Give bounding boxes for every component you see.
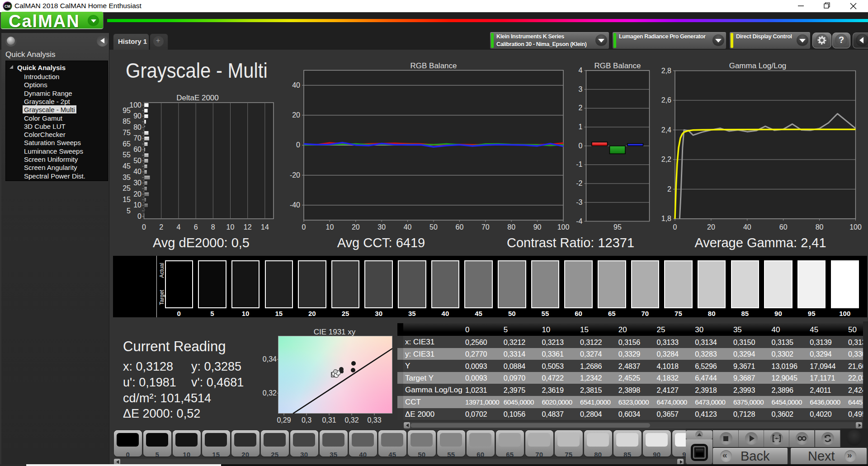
svg-text:0,33: 0,33: [367, 416, 381, 424]
svg-text:14: 14: [261, 223, 269, 231]
svg-text:-20: -20: [290, 171, 300, 179]
svg-text:45: 45: [123, 162, 131, 170]
svg-text:20: 20: [352, 223, 360, 231]
svg-text:70: 70: [481, 223, 490, 231]
svg-text:50: 50: [429, 223, 438, 231]
svg-text:10: 10: [226, 223, 235, 231]
svg-text:95: 95: [613, 223, 622, 231]
svg-text:20: 20: [707, 223, 715, 231]
svg-text:20: 20: [292, 111, 300, 119]
svg-text:50: 50: [133, 157, 142, 165]
svg-text:2,4: 2,4: [661, 126, 671, 134]
svg-text:70: 70: [133, 134, 142, 142]
svg-text:10: 10: [326, 223, 334, 231]
svg-text:1,8: 1,8: [661, 215, 671, 222]
svg-text:15: 15: [123, 196, 131, 203]
svg-text:0,3: 0,3: [302, 416, 311, 424]
svg-text:2,8: 2,8: [661, 67, 671, 75]
svg-text:40: 40: [404, 223, 412, 231]
svg-text:20: 20: [133, 190, 142, 198]
svg-text:Gamma Log/Log: Gamma Log/Log: [729, 61, 787, 70]
svg-text:35: 35: [123, 174, 131, 181]
svg-text:60: 60: [456, 223, 464, 231]
svg-text:RGB Balance: RGB Balance: [594, 61, 641, 70]
svg-text:1: 1: [579, 123, 583, 131]
svg-text:2: 2: [667, 185, 671, 193]
svg-text:-1: -1: [576, 160, 582, 168]
svg-text:0,31: 0,31: [322, 416, 336, 424]
svg-text:Avg CCT: 6419: Avg CCT: 6419: [337, 235, 425, 250]
svg-text:80: 80: [816, 223, 824, 231]
svg-text:2,2: 2,2: [661, 155, 671, 163]
svg-text:4: 4: [579, 66, 583, 74]
svg-text:30: 30: [133, 179, 142, 187]
svg-text:DeltaE 2000: DeltaE 2000: [176, 94, 219, 102]
svg-text:0: 0: [137, 212, 142, 220]
svg-text:85: 85: [123, 118, 131, 125]
svg-text:3: 3: [579, 85, 583, 93]
svg-text:0: 0: [302, 223, 306, 231]
svg-text:Contrast Ratio: 12371: Contrast Ratio: 12371: [507, 235, 634, 250]
svg-text:-2: -2: [576, 179, 582, 187]
svg-text:4: 4: [176, 223, 180, 231]
svg-text:RGB Balance: RGB Balance: [410, 61, 457, 70]
svg-text:6: 6: [194, 223, 198, 231]
svg-text:0,32: 0,32: [263, 389, 277, 397]
svg-text:0: 0: [673, 223, 677, 231]
svg-text:0,29: 0,29: [277, 416, 291, 424]
svg-text:100: 100: [557, 223, 570, 231]
svg-text:0: 0: [579, 142, 583, 150]
svg-text:65: 65: [123, 140, 131, 148]
svg-text:-4: -4: [576, 217, 582, 225]
svg-text:0: 0: [296, 141, 300, 149]
svg-text:Avg dE2000: 0,5: Avg dE2000: 0,5: [153, 235, 250, 250]
svg-text:2: 2: [579, 104, 583, 112]
svg-text:Average Gamma: 2,41: Average Gamma: 2,41: [694, 235, 826, 250]
svg-text:100: 100: [849, 223, 862, 231]
svg-text:90: 90: [533, 223, 542, 231]
svg-text:0,34: 0,34: [263, 355, 277, 363]
svg-text:12: 12: [244, 223, 252, 231]
svg-text:2: 2: [159, 223, 163, 231]
svg-text:30: 30: [377, 223, 386, 231]
svg-text:5: 5: [127, 207, 131, 215]
svg-text:-40: -40: [290, 201, 300, 209]
svg-text:40: 40: [743, 223, 751, 231]
svg-text:40: 40: [292, 81, 300, 89]
svg-text:100: 100: [129, 101, 142, 109]
svg-text:80: 80: [507, 223, 515, 231]
svg-text:10: 10: [133, 201, 142, 209]
svg-text:25: 25: [123, 184, 131, 192]
svg-text:90: 90: [133, 112, 142, 120]
svg-text:60: 60: [133, 146, 142, 153]
svg-text:80: 80: [133, 123, 142, 131]
svg-text:-3: -3: [576, 198, 582, 206]
svg-text:8: 8: [211, 223, 215, 231]
svg-text:0: 0: [142, 223, 146, 231]
svg-text:40: 40: [133, 168, 142, 175]
svg-text:75: 75: [123, 129, 131, 137]
svg-text:55: 55: [123, 151, 131, 159]
svg-text:60: 60: [779, 223, 788, 231]
svg-text:CM: CM: [5, 4, 10, 9]
svg-text:0,32: 0,32: [344, 416, 359, 424]
svg-text:2,6: 2,6: [661, 96, 671, 104]
